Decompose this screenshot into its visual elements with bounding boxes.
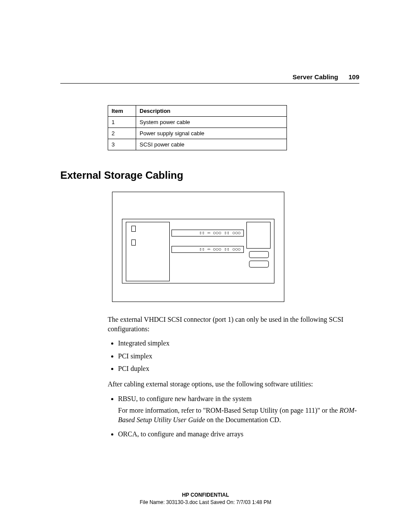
serial-port-icon — [249, 261, 269, 268]
cable-table: Item Description 1 System power cable 2 … — [108, 105, 287, 150]
io-row: ▯▯ ▭ ○○○ ▯▯ ○○○ — [171, 230, 244, 236]
confidential-label: HP CONFIDENTIAL — [0, 492, 411, 499]
config-list: Integrated simplex PCI simplex PCI duple… — [108, 339, 359, 373]
table-header-row: Item Description — [108, 106, 287, 117]
cell-item: 1 — [108, 117, 136, 128]
page: Server Cabling 109 Item Description 1 Sy… — [0, 0, 411, 532]
section-heading: External Storage Cabling — [60, 169, 359, 181]
list-item: ORCA, to configure and manage drive arra… — [118, 429, 359, 439]
file-info: File Name: 303130-3.doc Last Saved On: 7… — [0, 499, 411, 506]
list-item: PCI simplex — [118, 352, 359, 361]
table-row: 2 Power supply signal cable — [108, 128, 287, 139]
list-item: PCI duplex — [118, 364, 359, 373]
port-column — [246, 222, 271, 280]
list-item: Integrated simplex — [118, 339, 359, 348]
paragraph: After cabling external storage options, … — [108, 380, 359, 389]
text-run: on the Documentation CD. — [205, 416, 281, 423]
utility-list: RBSU, to configure new hardware in the s… — [108, 394, 359, 439]
serial-port-icon — [249, 251, 269, 258]
vent-grid-icon — [246, 222, 271, 249]
table-row: 3 SCSI power cable — [108, 139, 287, 150]
page-footer: HP CONFIDENTIAL File Name: 303130-3.doc … — [0, 492, 411, 506]
io-row: ▯▯ ▭ ○○○ ▯▯ ○○○ — [171, 246, 244, 253]
table-row: 1 System power cable — [108, 117, 287, 128]
chassis-outline: ▯▯ ▭ ○○○ ▯▯ ○○○ ▯▯ ▭ ○○○ ▯▯ ○○○ — [122, 219, 274, 283]
server-rear-diagram: ▯▯ ▭ ○○○ ▯▯ ○○○ ▯▯ ▭ ○○○ ▯▯ ○○○ — [112, 192, 284, 302]
cell-desc: Power supply signal cable — [136, 128, 287, 139]
text-run: For more information, refer to "ROM-Base… — [118, 407, 339, 414]
running-header: Server Cabling 109 — [60, 73, 359, 84]
cell-desc: SCSI power cable — [136, 139, 287, 150]
th-description: Description — [136, 106, 287, 117]
th-item: Item — [108, 106, 136, 117]
cell-item: 3 — [108, 139, 136, 150]
page-number: 109 — [349, 73, 359, 81]
paragraph: The external VHDCI SCSI connector (port … — [108, 315, 359, 333]
body-text: The external VHDCI SCSI connector (port … — [108, 315, 359, 439]
cell-desc: System power cable — [136, 117, 287, 128]
list-item: RBSU, to configure new hardware in the s… — [118, 394, 359, 425]
list-item-detail: For more information, refer to "ROM-Base… — [118, 406, 359, 424]
list-item-line: RBSU, to configure new hardware in the s… — [118, 395, 252, 402]
cell-item: 2 — [108, 128, 136, 139]
expansion-slot-area — [126, 222, 170, 281]
header-section: Server Cabling — [293, 73, 338, 81]
